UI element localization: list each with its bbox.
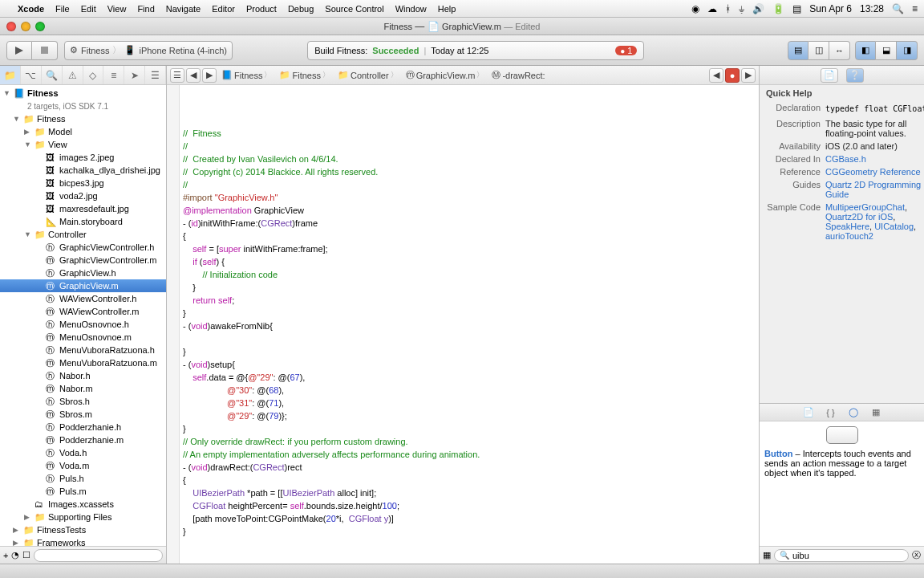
nav-item[interactable]: ⓗNabor.h (0, 369, 166, 382)
view-panes-segmented[interactable]: ◧ ⬓ ◨ (855, 41, 918, 60)
menu-editor[interactable]: Editor (212, 4, 235, 14)
issues-prev-button[interactable]: ◀ (709, 68, 723, 83)
nav-item[interactable]: ▶📁FitnessTests (0, 523, 166, 536)
assistant-editor-button[interactable]: ◫ (808, 41, 829, 60)
navigator-tabs[interactable]: 📁 ⌥ 🔍 ⚠ ◇ ≡ ➤ ☰ (0, 66, 166, 85)
nav-item[interactable]: 📐Main.storyboard (0, 215, 166, 228)
editor-gutter[interactable] (167, 85, 180, 564)
spotlight-icon[interactable]: 🔍 (892, 3, 904, 14)
zoom-window-button[interactable] (35, 22, 45, 31)
library-filter-field[interactable]: 🔍 uibu (774, 549, 909, 562)
nav-item[interactable]: ⓜMenuOsnovnoe.m (0, 331, 166, 344)
menu-file[interactable]: File (55, 4, 70, 14)
status-battery-icon[interactable]: 🔋 (772, 3, 784, 14)
stop-button[interactable] (32, 41, 58, 60)
status-date[interactable]: Sun Apr 6 (809, 3, 852, 14)
app-menu[interactable]: Xcode (18, 4, 44, 14)
quick-help-tab[interactable]: ❔ (846, 68, 864, 83)
scheme-selector[interactable]: ⚙Fitness 〉 📱iPhone Retina (4-inch) (64, 41, 233, 60)
debug-navigator-tab[interactable]: ≡ (103, 66, 124, 84)
nav-item[interactable]: 🖼maxresdefault.jpg (0, 202, 166, 215)
project-navigator-tab[interactable]: 📁 (0, 66, 21, 84)
status-record-icon[interactable]: ◉ (691, 3, 699, 14)
nav-item[interactable]: ⓜVoda.m (0, 459, 166, 472)
nav-item[interactable]: ⓜMenuVuboraRatzuona.m (0, 356, 166, 369)
object-library-tab[interactable]: ◯ (845, 406, 861, 419)
nav-item[interactable]: 🖼bicpes3.jpg (0, 177, 166, 189)
menu-find[interactable]: Find (137, 4, 154, 14)
navigator-filter-field[interactable] (34, 549, 163, 562)
nav-item[interactable]: ⓗVoda.h (0, 446, 166, 459)
project-navigator-tree[interactable]: ▼📘 Fitness 2 targets, iOS SDK 7.1 ▼📁Fitn… (0, 85, 166, 546)
recent-icon[interactable]: ◔ (11, 550, 19, 560)
close-window-button[interactable] (6, 22, 16, 31)
nav-item[interactable]: 🖼kachalka_dlya_drishei.jpg (0, 164, 166, 177)
version-editor-button[interactable]: ↔ (829, 41, 850, 60)
nav-item[interactable]: ⓜPuls.m (0, 485, 166, 498)
file-inspector-tab[interactable]: 📄 (821, 68, 838, 83)
toggle-debug-button[interactable]: ⬓ (876, 41, 897, 60)
breakpoint-navigator-tab[interactable]: ➤ (124, 66, 145, 84)
nav-item[interactable]: ▶📁Model (0, 125, 166, 138)
menu-window[interactable]: Window (395, 4, 427, 14)
toggle-utilities-button[interactable]: ◨ (897, 41, 918, 60)
issue-count-badge[interactable]: ● 1 (615, 46, 637, 55)
library-view-icon[interactable]: ▦ (763, 550, 771, 560)
nav-item[interactable]: 🖼voda2.jpg (0, 189, 166, 202)
nav-back-button[interactable]: ◀ (186, 68, 201, 83)
status-volume-icon[interactable]: 🔊 (752, 3, 764, 14)
nav-item[interactable]: ⓗMenuOsnovnoe.h (0, 318, 166, 331)
nav-fwd-button[interactable]: ▶ (202, 68, 217, 83)
run-button[interactable] (6, 41, 32, 60)
menu-view[interactable]: View (107, 4, 127, 14)
standard-editor-button[interactable]: ▤ (788, 41, 808, 60)
nav-item[interactable]: ⓗWAViewController.h (0, 292, 166, 305)
nav-item[interactable]: ▶📁Frameworks (0, 536, 166, 546)
issue-navigator-tab[interactable]: ⚠ (63, 66, 83, 84)
menu-product[interactable]: Product (246, 4, 277, 14)
nav-item[interactable]: ⓗPodderzhanie.h (0, 421, 166, 434)
nav-item[interactable]: ⓗGraphicViewController.h (0, 241, 166, 254)
menu-debug[interactable]: Debug (288, 4, 314, 14)
inspector-tabs[interactable]: 📄 ❔ (760, 66, 924, 85)
menu-help[interactable]: Help (438, 4, 456, 14)
library-tabs[interactable]: 📄 { } ◯ ▦ (760, 404, 924, 421)
status-cloud-icon[interactable]: ☁ (707, 3, 717, 14)
nav-item[interactable]: ⓜNabor.m (0, 382, 166, 395)
nav-item[interactable]: 🗂Images.xcassets (0, 498, 166, 511)
nav-item[interactable]: ⓗMenuVuboraRatzuona.h (0, 344, 166, 356)
project-root[interactable]: ▼📘 Fitness (0, 87, 166, 100)
issues-next-button[interactable]: ▶ (741, 68, 756, 83)
editor-mode-segmented[interactable]: ▤ ◫ ↔ (788, 41, 850, 60)
nav-item[interactable]: ⓜSbros.m (0, 408, 166, 421)
nav-item[interactable]: ⓗPuls.h (0, 472, 166, 485)
issue-indicator-icon[interactable]: ● (725, 68, 740, 83)
nav-item[interactable]: ⓜWAViewController.m (0, 305, 166, 318)
menu-edit[interactable]: Edit (81, 4, 96, 14)
nav-item[interactable]: ▼📁Fitness (0, 112, 166, 125)
library-detail[interactable]: Button – Intercepts touch events and sen… (760, 421, 924, 546)
nav-item[interactable]: ▼📁View (0, 138, 166, 151)
notification-icon[interactable]: ≡ (912, 3, 918, 14)
jump-bar[interactable]: ☰ ◀ ▶ 📘Fitness〉 📁Fitness〉 📁Controller〉 ⓜ… (167, 66, 759, 85)
toggle-navigator-button[interactable]: ◧ (855, 41, 876, 60)
status-bluetooth-icon[interactable]: ᚼ (725, 3, 731, 14)
nav-item[interactable]: ⓜGraphicView.m (0, 279, 166, 292)
symbol-navigator-tab[interactable]: ⌥ (21, 66, 42, 84)
nav-item[interactable]: 🖼images 2.jpeg (0, 151, 166, 164)
menu-source-control[interactable]: Source Control (325, 4, 383, 14)
status-input-icon[interactable]: ▤ (792, 3, 801, 14)
library-clear-icon[interactable]: ⓧ (912, 549, 921, 561)
file-template-library-tab[interactable]: 📄 (800, 406, 817, 419)
scm-icon[interactable]: ☐ (22, 550, 30, 560)
nav-item[interactable]: ▶📁Supporting Files (0, 511, 166, 523)
find-navigator-tab[interactable]: 🔍 (42, 66, 63, 84)
activity-viewer[interactable]: Build Fitness: Succeeded | Today at 12:2… (307, 41, 644, 60)
status-time[interactable]: 13:28 (860, 3, 884, 14)
nav-item[interactable]: ▼📁Controller (0, 228, 166, 241)
source-editor[interactable]: // Fitness//// Created by Ivan Vasilevic… (167, 85, 759, 564)
menu-navigate[interactable]: Navigate (166, 4, 201, 14)
code-snippet-library-tab[interactable]: { } (823, 406, 839, 419)
report-navigator-tab[interactable]: ☰ (145, 66, 166, 84)
add-icon[interactable]: + (3, 551, 8, 560)
